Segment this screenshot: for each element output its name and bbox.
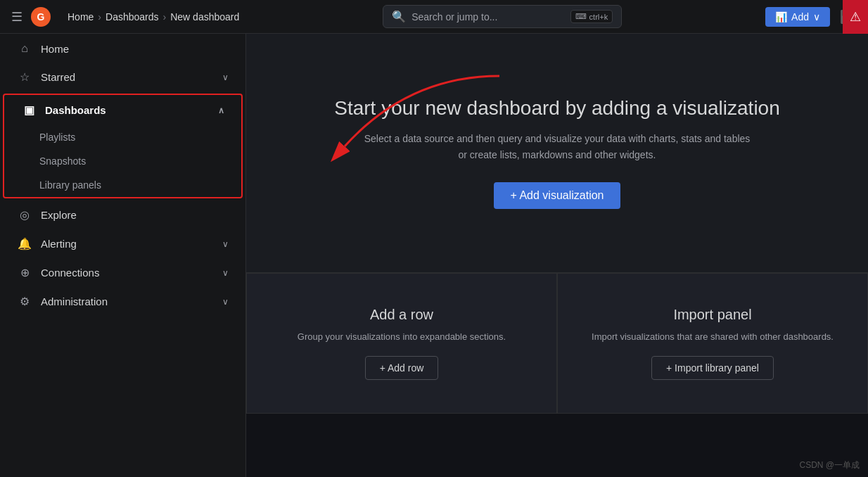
add-visualization-button[interactable]: + Add visualization bbox=[494, 182, 621, 209]
search-icon: 🔍 bbox=[392, 10, 406, 23]
search-bar[interactable]: 🔍 Search or jump to... ⌨ ctrl+k bbox=[383, 5, 622, 28]
sidebar-explore-label: Explore bbox=[41, 209, 229, 221]
sidebar: ⌂ Home ☆ Starred ∨ ▣ Dashboards ∧ Playli… bbox=[0, 34, 246, 477]
search-placeholder: Search or jump to... bbox=[411, 11, 564, 23]
sidebar-item-home[interactable]: ⌂ Home bbox=[6, 35, 240, 62]
sidebar-connections-label: Connections bbox=[41, 267, 214, 279]
search-shortcut: ⌨ ctrl+k bbox=[570, 10, 613, 23]
hero-subtitle: Select a data source and then query and … bbox=[364, 131, 751, 163]
home-icon: ⌂ bbox=[17, 42, 32, 55]
breadcrumb: Home › Dashboards › New dashboard bbox=[68, 11, 239, 23]
add-button[interactable]: 📊 Add ∨ bbox=[765, 7, 830, 27]
sidebar-dashboards-label: Dashboards bbox=[45, 104, 210, 116]
sidebar-sub-menu: Playlists Snapshots Library panels bbox=[4, 125, 241, 197]
dashboards-chevron-icon: ∧ bbox=[218, 106, 224, 115]
sidebar-item-alerting[interactable]: 🔔 Alerting ∨ bbox=[6, 230, 240, 257]
administration-chevron-icon: ∨ bbox=[222, 297, 229, 307]
administration-icon: ⚙ bbox=[17, 295, 32, 308]
alert-badge[interactable]: ⚠ bbox=[843, 0, 868, 34]
sidebar-starred-label: Starred bbox=[41, 71, 214, 83]
sidebar-item-administration[interactable]: ⚙ Administration ∨ bbox=[6, 288, 240, 315]
hero-section: Start your new dashboard by adding a vis… bbox=[246, 34, 868, 273]
add-row-button[interactable]: + Add row bbox=[365, 356, 439, 380]
connections-icon: ⊕ bbox=[17, 266, 32, 279]
main-content: Start your new dashboard by adding a vis… bbox=[246, 34, 868, 477]
explore-icon: ◎ bbox=[17, 208, 32, 222]
cards-section: Add a row Group your visualizations into… bbox=[246, 273, 868, 414]
star-icon: ☆ bbox=[17, 70, 32, 84]
sidebar-item-starred[interactable]: ☆ Starred ∨ bbox=[6, 63, 240, 91]
sidebar-alerting-label: Alerting bbox=[41, 238, 214, 250]
sidebar-item-dashboards[interactable]: ▣ Dashboards ∧ bbox=[10, 96, 236, 124]
dashboards-section: ▣ Dashboards ∧ Playlists Snapshots Libra… bbox=[3, 94, 243, 198]
import-library-panel-button[interactable]: + Import library panel bbox=[651, 356, 774, 380]
hero-title: Start your new dashboard by adding a vis… bbox=[334, 97, 780, 120]
import-panel-title: Import panel bbox=[673, 307, 751, 323]
add-row-card: Add a row Group your visualizations into… bbox=[246, 273, 557, 414]
import-panel-subtitle: Import visualizations that are shared wi… bbox=[592, 331, 834, 342]
topbar-center: 🔍 Search or jump to... ⌨ ctrl+k bbox=[239, 5, 765, 28]
hamburger-icon[interactable]: ☰ bbox=[8, 6, 25, 27]
sidebar-item-snapshots[interactable]: Snapshots bbox=[39, 149, 241, 173]
grafana-logo: G bbox=[31, 7, 51, 27]
sidebar-item-connections[interactable]: ⊕ Connections ∨ bbox=[6, 259, 240, 286]
alerting-chevron-icon: ∨ bbox=[222, 239, 229, 249]
sidebar-home-label: Home bbox=[41, 43, 229, 55]
breadcrumb-sep-1: › bbox=[98, 11, 101, 23]
watermark: CSDN @一单成 bbox=[799, 459, 860, 471]
sidebar-item-library-panels[interactable]: Library panels bbox=[39, 173, 241, 197]
starred-chevron-icon: ∨ bbox=[222, 72, 229, 82]
import-panel-card: Import panel Import visualizations that … bbox=[557, 273, 868, 414]
sidebar-item-playlists[interactable]: Playlists bbox=[39, 125, 241, 149]
add-button-label: Add bbox=[791, 11, 809, 23]
sidebar-item-explore[interactable]: ◎ Explore bbox=[6, 201, 240, 229]
topbar: ☰ G Home › Dashboards › New dashboard 🔍 … bbox=[0, 0, 868, 34]
breadcrumb-current: New dashboard bbox=[170, 11, 239, 23]
topbar-left: ☰ G Home › Dashboards › New dashboard bbox=[8, 6, 239, 27]
dashboards-icon: ▣ bbox=[21, 103, 37, 117]
shortcut-key: ctrl+k bbox=[589, 13, 608, 21]
breadcrumb-dashboards[interactable]: Dashboards bbox=[106, 11, 159, 23]
add-chart-icon: 📊 bbox=[775, 11, 787, 23]
hero-subtitle-line1: Select a data source and then query and … bbox=[364, 133, 751, 144]
alerting-icon: 🔔 bbox=[17, 237, 32, 250]
keyboard-icon: ⌨ bbox=[575, 12, 587, 21]
add-row-title: Add a row bbox=[370, 307, 433, 323]
connections-chevron-icon: ∨ bbox=[222, 268, 229, 278]
breadcrumb-home[interactable]: Home bbox=[68, 11, 94, 23]
add-chevron-icon: ∨ bbox=[813, 11, 820, 23]
sidebar-administration-label: Administration bbox=[41, 295, 214, 307]
hero-subtitle-line2: or create lists, markdowns and other wid… bbox=[459, 149, 656, 160]
add-row-subtitle: Group your visualizations into expandabl… bbox=[298, 331, 506, 342]
breadcrumb-sep-2: › bbox=[163, 11, 167, 23]
